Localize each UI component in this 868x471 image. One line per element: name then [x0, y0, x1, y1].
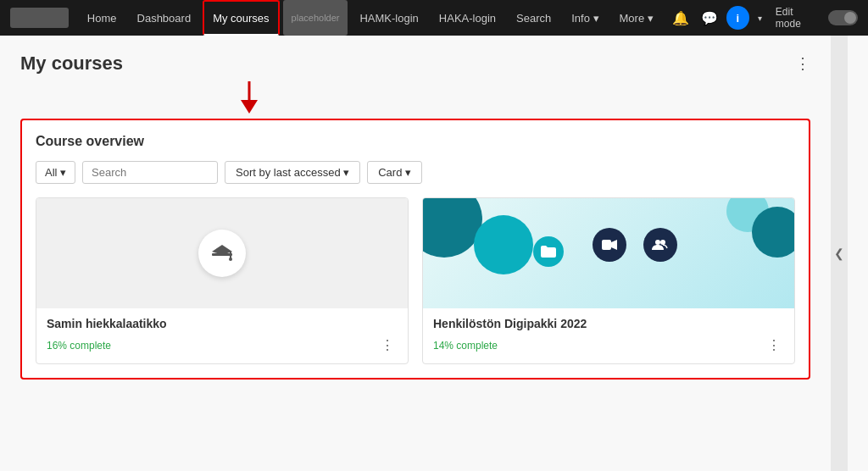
search-input[interactable]: [82, 161, 218, 184]
svg-point-5: [229, 258, 232, 261]
nav-search[interactable]: Search: [508, 0, 559, 36]
user-chevron-icon[interactable]: ▾: [754, 10, 765, 26]
svg-marker-1: [241, 100, 258, 114]
nav-my-courses[interactable]: My courses: [203, 0, 279, 36]
view-card-button[interactable]: Card ▾: [367, 161, 422, 184]
group-icon: [643, 228, 677, 262]
arrow-down-icon: [236, 81, 262, 115]
course-2-progress: 14% complete: [433, 340, 498, 352]
video-icon: [593, 228, 626, 262]
brand-logo[interactable]: [10, 8, 69, 28]
sidebar-toggle-panel[interactable]: ❮: [831, 36, 848, 471]
chat-icon[interactable]: 💬: [698, 7, 721, 30]
svg-rect-6: [602, 240, 611, 250]
course-card-2-image: [423, 198, 794, 308]
filter-bar: All ▾ Sort by last accessed ▾ Card ▾: [36, 161, 795, 184]
course-2-menu-button[interactable]: ⋮: [764, 335, 784, 355]
nav-placeholder[interactable]: placeholder: [283, 0, 348, 36]
bg-circle-2: [474, 215, 533, 274]
course-card-1[interactable]: Samin hiekkalaatikko 16% complete ⋮: [36, 197, 409, 364]
course-card-1-footer: 16% complete ⋮: [47, 335, 398, 355]
page-actions-menu[interactable]: ⋮: [795, 54, 810, 73]
svg-marker-7: [611, 240, 617, 250]
main-content: My courses ⋮ Course overview All ▾ Sort …: [0, 36, 831, 471]
nav-info[interactable]: Info ▾: [563, 0, 607, 36]
arrow-indicator: [20, 81, 810, 115]
course-1-icon-circle: [198, 230, 246, 277]
nav-hamk-login[interactable]: HAMK-login: [351, 0, 426, 36]
course-overview-title: Course overview: [36, 134, 795, 149]
filter-all-button[interactable]: All ▾: [36, 161, 75, 184]
course-card-1-title: Samin hiekkalaatikko: [47, 317, 398, 330]
course-card-1-body: Samin hiekkalaatikko 16% complete ⋮: [36, 308, 408, 363]
notification-icon[interactable]: 🔔: [669, 7, 693, 30]
digipakki-background: [423, 198, 794, 308]
page-wrapper: My courses ⋮ Course overview All ▾ Sort …: [0, 36, 868, 471]
nav-haka-login[interactable]: HAKA-login: [431, 0, 504, 36]
course-card-2-body: Henkilöstön Digipakki 2022 14% complete …: [423, 308, 794, 363]
course-overview-box: Course overview All ▾ Sort by last acces…: [20, 119, 810, 380]
course-card-1-image: [36, 198, 408, 308]
folder-icon: [533, 236, 564, 267]
course-card-2[interactable]: Henkilöstön Digipakki 2022 14% complete …: [422, 197, 795, 364]
page-title: My courses: [20, 53, 123, 75]
nav-more[interactable]: More ▾: [611, 0, 662, 36]
svg-point-8: [655, 240, 660, 245]
sort-button[interactable]: Sort by last accessed ▾: [225, 161, 360, 184]
svg-point-9: [660, 240, 665, 245]
nav-home[interactable]: Home: [79, 0, 125, 36]
edit-mode-toggle[interactable]: [828, 10, 858, 25]
course-1-progress: 16% complete: [47, 340, 111, 352]
nav-dashboard[interactable]: Dashboard: [129, 0, 200, 36]
sidebar-collapse-icon: ❮: [834, 247, 844, 260]
navbar-right: 🔔 💬 i ▾ Edit mode: [669, 6, 858, 30]
course-1-menu-button[interactable]: ⋮: [377, 335, 398, 355]
page-header: My courses ⋮: [20, 53, 810, 75]
course-card-2-title: Henkilöstön Digipakki 2022: [433, 317, 784, 330]
bg-circle-4: [752, 207, 794, 258]
courses-grid: Samin hiekkalaatikko 16% complete ⋮: [36, 197, 795, 364]
user-avatar[interactable]: i: [726, 6, 749, 30]
graduation-cap-icon: [209, 240, 236, 267]
navbar: Home Dashboard My courses placeholder HA…: [0, 0, 868, 36]
edit-mode-label: Edit mode: [776, 6, 820, 30]
course-card-2-footer: 14% complete ⋮: [433, 335, 784, 355]
